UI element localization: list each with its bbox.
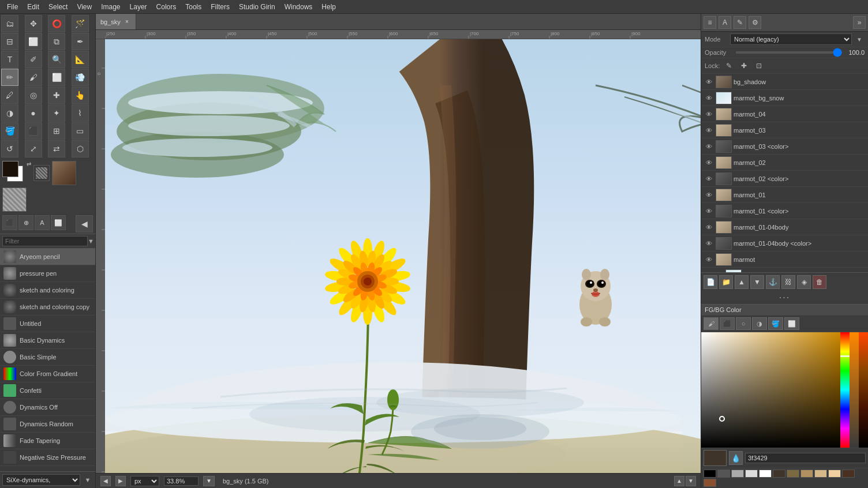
- swatch-auburn[interactable]: [704, 479, 716, 487]
- layer-header-icon-3[interactable]: ✎: [734, 16, 746, 29]
- statusbar-up[interactable]: ▲: [674, 476, 684, 486]
- layer-eye-marmot-01-04body-color[interactable]: 👁: [704, 238, 714, 249]
- zoom-unit-select[interactable]: px: [130, 476, 159, 486]
- clone-tool[interactable]: ◎: [25, 87, 42, 104]
- pattern-swatch[interactable]: [33, 165, 50, 181]
- brush-item-sketch-coloring-copy[interactable]: sketch and coloring copy: [0, 299, 95, 316]
- layer-eye-marmot-01-04body[interactable]: 👁: [704, 222, 714, 232]
- anchor-btn[interactable]: ⚓: [766, 275, 780, 289]
- brush-filter-input[interactable]: [2, 236, 88, 246]
- swatch-dark-brown[interactable]: [773, 470, 785, 478]
- swap-colors-icon[interactable]: ⇄: [27, 161, 31, 167]
- color-gradient[interactable]: [701, 332, 840, 448]
- brush-dynamics-select[interactable]: SiXe-dynamics,: [2, 474, 80, 486]
- foreground-bg-swap[interactable]: ⬛: [2, 215, 17, 230]
- extra-tool-3[interactable]: A: [35, 215, 50, 230]
- brush-item-color-from-gradient[interactable]: Color From Gradient: [0, 366, 95, 382]
- swatch-white[interactable]: [759, 470, 772, 478]
- lock-pixels-icon[interactable]: ✎: [723, 60, 735, 72]
- nav-next[interactable]: ▶: [115, 476, 126, 486]
- convolve-tool[interactable]: ✦: [48, 104, 65, 122]
- layer-item-marmot-04[interactable]: 👁 marmot_04: [701, 106, 868, 122]
- rotate-tool[interactable]: ↺: [1, 140, 18, 157]
- menu-tools[interactable]: Tools: [181, 2, 206, 12]
- layer-eye-marmot-01[interactable]: 👁: [704, 190, 714, 200]
- file-tool[interactable]: 🗂: [1, 15, 18, 32]
- swatch-dark-gray[interactable]: [717, 470, 730, 478]
- brush-item-aryeom-pencil[interactable]: Aryeom pencil: [0, 249, 95, 265]
- lasso-tool[interactable]: ⭕: [48, 15, 65, 32]
- delete-layer-btn[interactable]: 🗑: [813, 275, 826, 289]
- move-up-btn[interactable]: ▲: [735, 275, 749, 289]
- eyedropper-btn[interactable]: 💧: [729, 451, 743, 465]
- measure-tool[interactable]: 📐: [72, 51, 89, 68]
- fg-color-swatch[interactable]: [2, 161, 18, 177]
- fgbg-tab-bucket[interactable]: 🪣: [768, 317, 783, 330]
- brush-item-confetti[interactable]: Confetti: [0, 382, 95, 399]
- collapse-left[interactable]: ◀: [76, 215, 93, 232]
- fg-bg-swatches[interactable]: ⇄: [2, 161, 31, 185]
- layer-item-marmot-01-04body[interactable]: 👁 marmot_01-04body: [701, 219, 868, 235]
- move-tool[interactable]: ✥: [25, 15, 42, 32]
- lock-position-icon[interactable]: ✚: [738, 60, 750, 72]
- swatch-cream[interactable]: [828, 470, 841, 478]
- layer-item-bg[interactable]: 👁 🔒 bg: [701, 268, 868, 272]
- lock-alpha-icon[interactable]: ⊡: [753, 60, 765, 72]
- color-picker-tool[interactable]: ✐: [25, 51, 42, 68]
- swatch-gray[interactable]: [731, 470, 744, 478]
- extra-tool-4[interactable]: ⬜: [51, 215, 66, 230]
- brush-item-untitled[interactable]: Untitled: [0, 316, 95, 332]
- fgbg-tab-paint[interactable]: 🖌: [704, 317, 719, 330]
- warp-tool[interactable]: ⌇: [72, 104, 89, 122]
- fuzzy-select[interactable]: 🪄: [72, 15, 89, 32]
- brush-tool[interactable]: 🖌: [25, 69, 42, 86]
- brush-item-fade-tapering[interactable]: Fade Tapering: [0, 433, 95, 449]
- brush-item-dynamics-off[interactable]: Dynamics Off: [0, 399, 95, 416]
- layer-header-expand[interactable]: »: [853, 16, 866, 29]
- align-tool[interactable]: ⊟: [1, 33, 18, 50]
- layer-eye-marmot-04[interactable]: 👁: [704, 109, 714, 119]
- link-btn[interactable]: ⛓: [781, 275, 795, 289]
- menu-file[interactable]: File: [2, 2, 23, 12]
- statusbar-down[interactable]: ▼: [686, 476, 696, 486]
- menu-help[interactable]: Help: [317, 2, 341, 12]
- menu-image[interactable]: Image: [96, 2, 125, 12]
- swatch-light-tan[interactable]: [814, 470, 827, 478]
- layer-eye-bg-shadow[interactable]: 👁: [704, 77, 714, 87]
- layer-item-marmot-01-04body-color[interactable]: 👁 marmot_01-04body <color>: [701, 235, 868, 251]
- opacity-slider[interactable]: [736, 51, 842, 54]
- blend-tool[interactable]: ⬛: [25, 122, 42, 140]
- layer-eye-marmot-01-color[interactable]: 👁: [704, 206, 714, 216]
- heal-tool[interactable]: ✚: [48, 87, 65, 104]
- swatch-dark-auburn[interactable]: [842, 470, 855, 478]
- layer-eye-marmot-03[interactable]: 👁: [704, 125, 714, 136]
- layer-item-marmot-01[interactable]: 👁 marmot_01: [701, 187, 868, 203]
- path-tool[interactable]: ✒: [72, 33, 89, 50]
- pencil-tool active[interactable]: ✏: [1, 69, 18, 86]
- layer-item-marmot-bg-snow[interactable]: 👁 marmot_bg_snow: [701, 90, 868, 106]
- brush-item-sketch-coloring[interactable]: sketch and coloring: [0, 282, 95, 299]
- menu-colors[interactable]: Colors: [152, 2, 181, 12]
- fgbg-tab-circle[interactable]: ○: [736, 317, 751, 330]
- dodge-tool[interactable]: ◑: [1, 104, 18, 122]
- menu-studiogirin[interactable]: Studio Girin: [234, 2, 280, 12]
- flip-tool[interactable]: ⇄: [48, 140, 65, 157]
- dynamics-chevron[interactable]: ▼: [83, 475, 93, 485]
- fgbg-tab-pattern[interactable]: ⬛: [720, 317, 735, 330]
- nav-prev[interactable]: ◀: [100, 476, 111, 486]
- layer-header-icon-2[interactable]: A: [719, 16, 731, 29]
- fgbg-tab-extra[interactable]: ⬜: [784, 317, 799, 330]
- smudge-tool[interactable]: 👆: [72, 87, 89, 104]
- eraser-tool[interactable]: ⬜: [48, 69, 65, 86]
- layer-header-icon-4[interactable]: ⚙: [749, 16, 761, 29]
- zoom-unit-dropdown[interactable]: ▼: [203, 476, 215, 486]
- menu-windows[interactable]: Windows: [280, 2, 317, 12]
- layer-item-marmot-02-color[interactable]: 👁 marmot_02 <color>: [701, 171, 868, 187]
- crop-tool[interactable]: ⬜: [25, 33, 42, 50]
- layer-item-marmot[interactable]: 👁 marmot: [701, 251, 868, 268]
- layer-eye-marmot-bg-snow[interactable]: 👁: [704, 93, 714, 103]
- burn-tool[interactable]: ●: [25, 104, 42, 122]
- layer-eye-marmot-03-color[interactable]: 👁: [704, 141, 714, 152]
- brush-item-dynamics-random[interactable]: Dynamics Random: [0, 416, 95, 433]
- mode-select[interactable]: Normal (legacy): [730, 33, 852, 45]
